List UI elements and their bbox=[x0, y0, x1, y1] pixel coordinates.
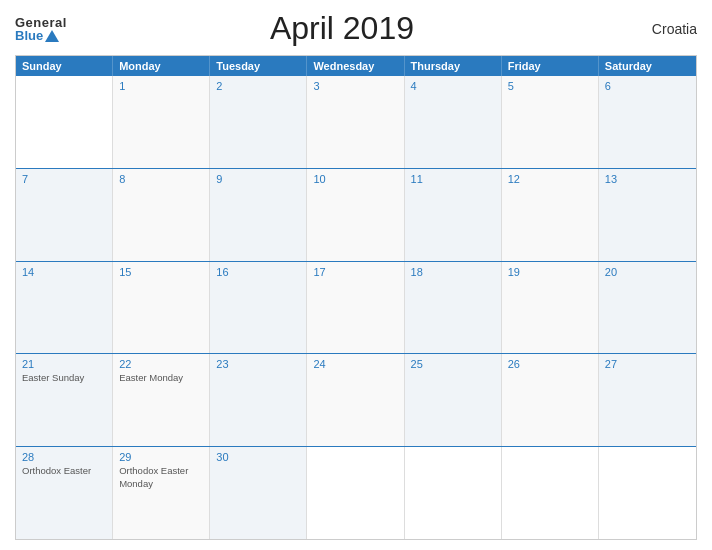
calendar-week-4: 21Easter Sunday22Easter Monday2324252627 bbox=[16, 354, 696, 447]
day-number: 1 bbox=[119, 80, 203, 92]
calendar-cell: 13 bbox=[599, 169, 696, 261]
calendar-cell bbox=[599, 447, 696, 539]
calendar-cell: 23 bbox=[210, 354, 307, 446]
calendar-header-row: SundayMondayTuesdayWednesdayThursdayFrid… bbox=[16, 56, 696, 76]
day-number: 9 bbox=[216, 173, 300, 185]
calendar-title: April 2019 bbox=[67, 10, 617, 47]
logo: General Blue bbox=[15, 16, 67, 42]
day-number: 2 bbox=[216, 80, 300, 92]
calendar-cell: 2 bbox=[210, 76, 307, 168]
header: General Blue April 2019 Croatia bbox=[15, 10, 697, 47]
calendar-week-5: 28Orthodox Easter29Orthodox Easter Monda… bbox=[16, 447, 696, 539]
day-number: 4 bbox=[411, 80, 495, 92]
day-number: 10 bbox=[313, 173, 397, 185]
calendar-cell: 17 bbox=[307, 262, 404, 354]
day-number: 8 bbox=[119, 173, 203, 185]
day-number: 16 bbox=[216, 266, 300, 278]
day-number: 5 bbox=[508, 80, 592, 92]
calendar-cell: 26 bbox=[502, 354, 599, 446]
calendar-cell: 25 bbox=[405, 354, 502, 446]
calendar-cell: 4 bbox=[405, 76, 502, 168]
day-event: Easter Sunday bbox=[22, 372, 106, 384]
calendar-cell bbox=[307, 447, 404, 539]
day-number: 14 bbox=[22, 266, 106, 278]
calendar-cell: 1 bbox=[113, 76, 210, 168]
calendar-cell: 6 bbox=[599, 76, 696, 168]
day-number: 21 bbox=[22, 358, 106, 370]
calendar-cell: 15 bbox=[113, 262, 210, 354]
day-number: 6 bbox=[605, 80, 690, 92]
day-number: 25 bbox=[411, 358, 495, 370]
calendar-week-2: 78910111213 bbox=[16, 169, 696, 262]
day-event: Easter Monday bbox=[119, 372, 203, 384]
day-number: 15 bbox=[119, 266, 203, 278]
day-number: 30 bbox=[216, 451, 300, 463]
day-number: 29 bbox=[119, 451, 203, 463]
calendar-cell: 24 bbox=[307, 354, 404, 446]
country-label: Croatia bbox=[617, 21, 697, 37]
header-day-wednesday: Wednesday bbox=[307, 56, 404, 76]
header-day-tuesday: Tuesday bbox=[210, 56, 307, 76]
calendar-cell: 10 bbox=[307, 169, 404, 261]
header-day-thursday: Thursday bbox=[405, 56, 502, 76]
day-event: Orthodox Easter bbox=[22, 465, 106, 477]
calendar-cell: 9 bbox=[210, 169, 307, 261]
logo-triangle-icon bbox=[45, 30, 59, 42]
calendar-cell: 8 bbox=[113, 169, 210, 261]
calendar: SundayMondayTuesdayWednesdayThursdayFrid… bbox=[15, 55, 697, 540]
day-number: 13 bbox=[605, 173, 690, 185]
calendar-cell: 5 bbox=[502, 76, 599, 168]
day-number: 28 bbox=[22, 451, 106, 463]
calendar-cell: 16 bbox=[210, 262, 307, 354]
day-number: 11 bbox=[411, 173, 495, 185]
calendar-cell: 30 bbox=[210, 447, 307, 539]
header-day-friday: Friday bbox=[502, 56, 599, 76]
calendar-cell: 19 bbox=[502, 262, 599, 354]
calendar-cell: 27 bbox=[599, 354, 696, 446]
calendar-body: 123456789101112131415161718192021Easter … bbox=[16, 76, 696, 539]
calendar-cell: 29Orthodox Easter Monday bbox=[113, 447, 210, 539]
calendar-cell: 11 bbox=[405, 169, 502, 261]
day-number: 26 bbox=[508, 358, 592, 370]
calendar-cell bbox=[16, 76, 113, 168]
calendar-cell: 7 bbox=[16, 169, 113, 261]
header-day-saturday: Saturday bbox=[599, 56, 696, 76]
calendar-cell: 18 bbox=[405, 262, 502, 354]
logo-blue-text: Blue bbox=[15, 29, 59, 42]
calendar-cell: 12 bbox=[502, 169, 599, 261]
calendar-week-3: 14151617181920 bbox=[16, 262, 696, 355]
day-number: 18 bbox=[411, 266, 495, 278]
day-event: Orthodox Easter Monday bbox=[119, 465, 203, 490]
day-number: 3 bbox=[313, 80, 397, 92]
day-number: 20 bbox=[605, 266, 690, 278]
day-number: 23 bbox=[216, 358, 300, 370]
day-number: 12 bbox=[508, 173, 592, 185]
logo-general-text: General bbox=[15, 16, 67, 29]
calendar-cell: 20 bbox=[599, 262, 696, 354]
calendar-cell: 22Easter Monday bbox=[113, 354, 210, 446]
day-number: 24 bbox=[313, 358, 397, 370]
header-day-monday: Monday bbox=[113, 56, 210, 76]
calendar-cell: 28Orthodox Easter bbox=[16, 447, 113, 539]
calendar-cell: 14 bbox=[16, 262, 113, 354]
day-number: 7 bbox=[22, 173, 106, 185]
day-number: 19 bbox=[508, 266, 592, 278]
day-number: 27 bbox=[605, 358, 690, 370]
calendar-cell bbox=[405, 447, 502, 539]
calendar-cell bbox=[502, 447, 599, 539]
day-number: 22 bbox=[119, 358, 203, 370]
header-day-sunday: Sunday bbox=[16, 56, 113, 76]
calendar-week-1: 123456 bbox=[16, 76, 696, 169]
calendar-cell: 3 bbox=[307, 76, 404, 168]
day-number: 17 bbox=[313, 266, 397, 278]
calendar-cell: 21Easter Sunday bbox=[16, 354, 113, 446]
